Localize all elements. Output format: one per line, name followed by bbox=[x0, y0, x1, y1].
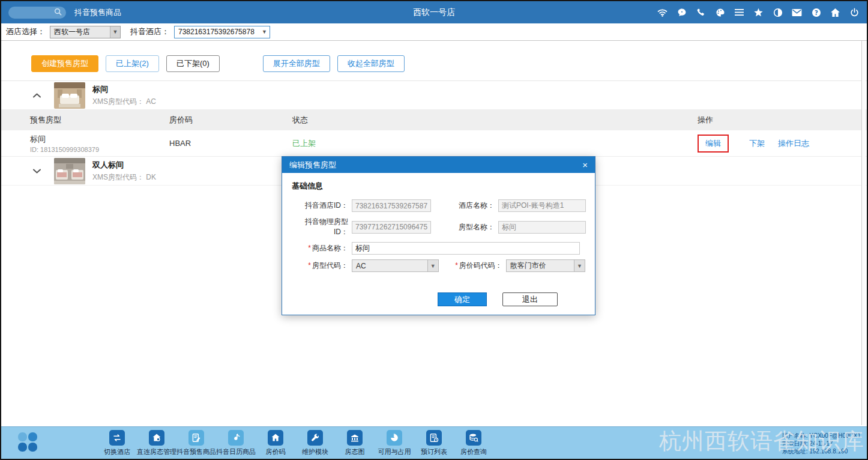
dialog-titlebar: 编辑预售房型 × bbox=[282, 157, 595, 173]
chevron-down-icon[interactable] bbox=[31, 166, 42, 177]
chevron-up-icon[interactable] bbox=[31, 90, 42, 101]
douyin-hotel-id-label: 抖音酒店ID： bbox=[292, 201, 352, 211]
power-icon[interactable] bbox=[849, 7, 860, 17]
close-icon[interactable]: × bbox=[582, 160, 588, 169]
room-group-code: XMS房型代码： DK bbox=[92, 172, 156, 183]
hotel-select[interactable]: 西软一号店 ▼ bbox=[50, 26, 121, 38]
help-icon[interactable]: ? bbox=[811, 7, 821, 17]
douyin-hotel-id-field bbox=[352, 199, 431, 212]
menu-icon[interactable] bbox=[734, 7, 744, 17]
bottom-nav: 切换酒店 直连房态管理 抖音预售商品 抖音日历商品 房价码 bbox=[100, 430, 491, 456]
rate-code-select[interactable]: 散客门市价 ▼ bbox=[506, 259, 585, 272]
module-title: 抖音预售商品 bbox=[74, 7, 121, 18]
theme-icon[interactable] bbox=[715, 7, 725, 17]
top-bar: 抖音预售商品 西软一号店 ? bbox=[1, 1, 867, 23]
exit-button[interactable]: 退出 bbox=[502, 292, 558, 306]
booking-list-icon bbox=[426, 430, 442, 446]
chevron-down-icon: ▼ bbox=[110, 26, 120, 38]
douyin-hotel-select[interactable]: 7382163175392675878 ▼ bbox=[174, 26, 270, 38]
douyin-hotel-select-label: 抖音酒店： bbox=[130, 26, 169, 37]
row-rate-code: HBAR bbox=[169, 139, 292, 148]
edit-presale-room-dialog: 编辑预售房型 × 基础信息 抖音酒店ID： 酒店名称： 抖音物理房型ID： 房型… bbox=[282, 156, 595, 315]
take-down-link[interactable]: 下架 bbox=[749, 138, 765, 149]
collapse-all-button[interactable]: 收起全部房型 bbox=[337, 55, 405, 72]
room-group-name: 双人标间 bbox=[92, 160, 156, 171]
system-address-line: 系统地址: 192.168.8.190 bbox=[782, 447, 861, 455]
switch-hotel-icon bbox=[109, 430, 125, 446]
nav-item-room-map[interactable]: 房态图 bbox=[337, 430, 372, 456]
room-thumbnail bbox=[54, 82, 85, 109]
room-code-select[interactable]: AC ▼ bbox=[352, 259, 439, 272]
col-actions: 操作 bbox=[698, 115, 867, 126]
room-group-code: XMS房型代码： AC bbox=[92, 97, 156, 107]
chevron-down-icon: ▼ bbox=[574, 260, 585, 271]
chevron-down-icon: ▼ bbox=[259, 26, 270, 38]
douyin-presale-icon bbox=[188, 430, 204, 446]
edit-link[interactable]: 编辑 bbox=[705, 139, 721, 148]
off-shelf-filter-button[interactable]: 已下架(0) bbox=[166, 55, 220, 72]
app-logo bbox=[17, 431, 38, 455]
annotation-highlight-box: 编辑 bbox=[698, 135, 729, 153]
nav-item-douyin-presale[interactable]: 抖音预售商品 bbox=[179, 430, 214, 456]
col-presale-room: 预售房型 bbox=[1, 115, 169, 126]
col-status: 状态 bbox=[292, 115, 698, 126]
col-rate-code: 房价码 bbox=[169, 115, 292, 126]
product-name-label: *商品名称： bbox=[292, 243, 352, 253]
room-group-standard: 标间 XMS房型代码： AC bbox=[1, 81, 867, 110]
nav-item-switch-hotel[interactable]: 切换酒店 bbox=[100, 430, 134, 456]
on-shelf-filter-button[interactable]: 已上架(2) bbox=[106, 55, 159, 72]
hotel-name-label: 酒店名称： bbox=[443, 201, 498, 211]
room-group-name: 标间 bbox=[92, 84, 156, 95]
douyin-room-id-label: 抖音物理房型ID： bbox=[292, 217, 352, 237]
room-name-label: 房型名称： bbox=[443, 222, 498, 232]
product-name-field[interactable] bbox=[352, 242, 580, 255]
favorite-icon[interactable] bbox=[753, 7, 764, 17]
topbar-icon-group: ? bbox=[657, 7, 860, 17]
mail-icon[interactable] bbox=[792, 7, 802, 17]
rate-code-icon bbox=[268, 430, 283, 446]
nav-item-rate-code[interactable]: 房价码 bbox=[258, 430, 293, 456]
contrast-icon[interactable] bbox=[773, 7, 783, 17]
toolbar: 创建预售房型 已上架(2) 已下架(0) 展开全部房型 收起全部房型 bbox=[1, 41, 867, 72]
table-header: 预售房型 房价码 状态 操作 bbox=[1, 110, 867, 130]
business-date-line: 营业日期: 24-11-17 bbox=[782, 440, 861, 447]
filter-bar: 酒店选择： 西软一号店 ▼ 抖音酒店： 7382163175392675878 … bbox=[1, 23, 867, 41]
nav-item-maintenance[interactable]: 维护模块 bbox=[298, 430, 333, 456]
phone-icon[interactable] bbox=[696, 7, 706, 17]
section-title-basic-info: 基础信息 bbox=[292, 181, 585, 192]
dialog-title: 编辑预售房型 bbox=[289, 160, 336, 171]
user-info-line: 用户名称: YCX00F@H00DX1 bbox=[782, 432, 861, 440]
nav-item-rate-query[interactable]: 房价查询 bbox=[456, 430, 491, 456]
chevron-down-icon: ▼ bbox=[427, 260, 438, 271]
douyin-calendar-icon bbox=[228, 430, 244, 446]
room-status-mgmt-icon bbox=[149, 430, 164, 446]
required-mark: * bbox=[455, 261, 458, 270]
nav-item-availability[interactable]: 可用与占用 bbox=[377, 430, 412, 456]
nav-item-douyin-calendar[interactable]: 抖音日历商品 bbox=[219, 430, 253, 456]
room-code-label: *房型代码： bbox=[292, 261, 352, 271]
rate-code-label: *房价码代码： bbox=[451, 261, 506, 271]
wifi-icon[interactable] bbox=[657, 7, 668, 17]
search-icon bbox=[54, 7, 62, 18]
hotel-select-label: 酒店选择： bbox=[6, 26, 45, 37]
rate-query-icon bbox=[466, 430, 481, 446]
message-icon[interactable] bbox=[677, 7, 687, 17]
svg-text:?: ? bbox=[815, 9, 818, 16]
nav-item-booking-list[interactable]: 预订列表 bbox=[417, 430, 451, 456]
required-mark: * bbox=[308, 261, 311, 270]
vertical-scrollbar[interactable] bbox=[861, 41, 866, 425]
table-row: 标间 ID: 1813150999308379 HBAR 已上架 编辑 下架 操… bbox=[1, 130, 867, 157]
create-presale-room-button[interactable]: 创建预售房型 bbox=[31, 55, 98, 72]
bottom-bar: 切换酒店 直连房态管理 抖音预售商品 抖音日历商品 房价码 bbox=[1, 426, 867, 459]
room-thumbnail bbox=[54, 158, 85, 184]
search-input[interactable] bbox=[8, 7, 66, 19]
room-name-field bbox=[498, 221, 586, 234]
system-info: 用户名称: YCX00F@H00DX1 营业日期: 24-11-17 系统地址:… bbox=[782, 432, 861, 455]
home-icon[interactable] bbox=[830, 7, 840, 17]
row-room-id: ID: 1813150999308379 bbox=[30, 146, 169, 153]
expand-all-button[interactable]: 展开全部房型 bbox=[263, 55, 330, 72]
operation-log-link[interactable]: 操作日志 bbox=[778, 138, 809, 149]
confirm-button[interactable]: 确定 bbox=[438, 292, 487, 306]
room-map-icon bbox=[347, 430, 363, 446]
nav-item-room-status-mgmt[interactable]: 直连房态管理 bbox=[139, 430, 174, 456]
